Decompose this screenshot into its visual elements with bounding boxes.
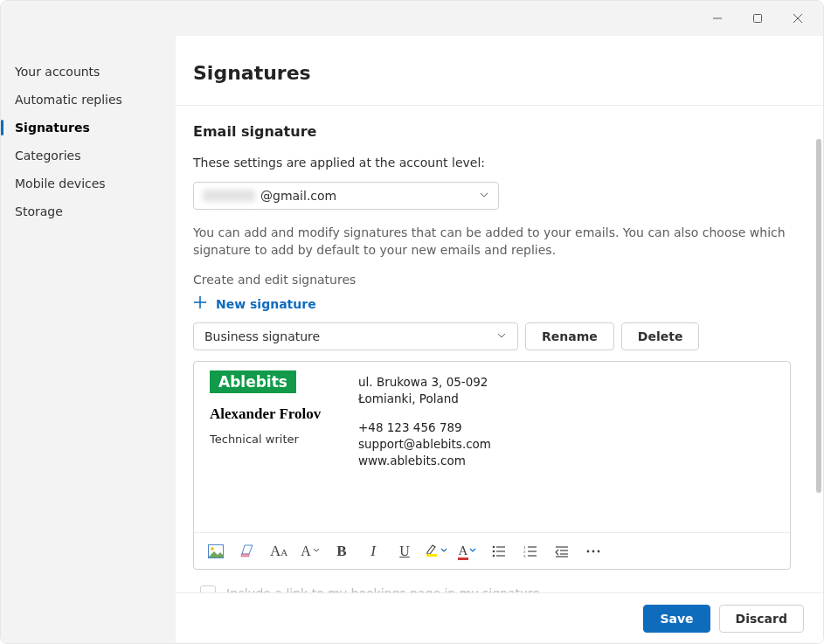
signature-select-value: Business signature [204, 329, 320, 343]
svg-text:3: 3 [523, 554, 526, 558]
insert-image-button[interactable] [204, 540, 227, 563]
image-icon [208, 544, 224, 558]
save-button[interactable]: Save [643, 605, 710, 633]
italic-icon: I [370, 543, 376, 560]
svg-point-28 [587, 550, 590, 552]
svg-point-30 [598, 550, 600, 552]
sidebar-item-label: Signatures [15, 121, 90, 135]
eraser-icon [239, 544, 255, 558]
chevron-down-icon [496, 329, 507, 343]
clear-formatting-button[interactable] [236, 540, 259, 563]
signature-controls-row: Business signature Rename Delete [193, 322, 793, 350]
sidebar-item-storage[interactable]: Storage [1, 197, 175, 225]
highlight-color-button[interactable] [425, 540, 447, 563]
account-level-row: These settings are applied at the accoun… [193, 156, 793, 210]
bulleted-list-button[interactable] [488, 540, 510, 563]
svg-point-7 [211, 547, 214, 551]
highlight-icon [425, 543, 439, 560]
maximize-icon [752, 13, 763, 24]
include-bookings-label: Include a link to my bookings page in my… [226, 586, 540, 592]
account-select-value: @gmail.com [203, 189, 336, 203]
svg-rect-11 [426, 554, 437, 557]
chevron-down-icon [440, 544, 447, 557]
font-color-icon: A [459, 544, 468, 558]
font-family-button[interactable]: AA [267, 540, 290, 563]
phone: +48 123 456 789 [358, 419, 491, 436]
signature-select[interactable]: Business signature [193, 322, 518, 350]
rename-button[interactable]: Rename [525, 322, 614, 350]
svg-point-14 [493, 550, 495, 552]
include-bookings-checkbox[interactable] [200, 585, 216, 592]
chevron-down-icon [313, 544, 320, 557]
sidebar-item-accounts[interactable]: Your accounts [1, 58, 175, 86]
bold-button[interactable]: B [330, 540, 353, 563]
settings-sidebar: Your accounts Automatic replies Signatur… [1, 36, 176, 643]
section-heading: Email signature [193, 123, 793, 140]
svg-marker-10 [427, 545, 435, 554]
signature-hint: You can add and modify signatures that c… [193, 224, 793, 259]
address-line-2: Łomianki, Poland [358, 391, 491, 407]
svg-rect-1 [754, 15, 762, 23]
minimize-icon [712, 13, 723, 24]
font-family-icon: AA [270, 543, 287, 560]
sidebar-item-label: Automatic replies [15, 93, 122, 107]
sidebar-item-automatic-replies[interactable]: Automatic replies [1, 86, 175, 114]
sidebar-item-label: Your accounts [15, 65, 100, 79]
window-maximize-button[interactable] [737, 4, 778, 32]
svg-point-12 [493, 545, 495, 548]
discard-button[interactable]: Discard [719, 605, 804, 633]
svg-marker-8 [242, 545, 253, 554]
chevron-down-icon [479, 189, 489, 203]
svg-rect-9 [241, 554, 249, 557]
window-minimize-button[interactable] [697, 4, 737, 32]
content-area: Signatures Email signature These setting… [176, 36, 823, 643]
address-line-1: ul. Brukowa 3, 05-092 [358, 374, 491, 391]
brand-badge: Ablebits [210, 370, 296, 393]
sidebar-item-categories[interactable]: Categories [1, 142, 175, 170]
sidebar-item-label: Categories [15, 149, 80, 163]
account-select[interactable]: @gmail.com [193, 182, 499, 210]
window-close-button[interactable] [778, 4, 818, 32]
font-size-icon: A [301, 544, 311, 559]
create-edit-label: Create and edit signatures [193, 273, 793, 287]
more-formatting-button[interactable] [582, 540, 605, 563]
signature-editor: Ablebits Alexander Frolov Technical writ… [193, 361, 791, 570]
font-size-button[interactable]: A [299, 540, 322, 563]
outdent-icon [555, 545, 569, 557]
svg-point-16 [493, 554, 495, 557]
outdent-button[interactable] [550, 540, 573, 563]
new-signature-label: New signature [216, 297, 316, 311]
support-email: support@ablebits.com [358, 436, 491, 453]
sidebar-item-label: Storage [15, 204, 63, 218]
svg-point-29 [592, 550, 595, 552]
titlebar [1, 1, 823, 36]
font-color-button[interactable]: A [456, 540, 479, 563]
footer: Save Discard [176, 592, 823, 643]
sidebar-item-mobile-devices[interactable]: Mobile devices [1, 170, 175, 197]
more-icon [586, 550, 600, 553]
include-bookings-row: Include a link to my bookings page in my… [200, 585, 793, 592]
scrollbar-thumb[interactable] [816, 139, 821, 493]
close-icon [793, 13, 803, 24]
underline-button[interactable]: U [393, 540, 416, 563]
signature-editor-body[interactable]: Ablebits Alexander Frolov Technical writ… [194, 362, 790, 532]
chevron-down-icon [469, 544, 476, 557]
sidebar-item-signatures[interactable]: Signatures [1, 114, 175, 142]
new-signature-button[interactable]: New signature [193, 295, 316, 312]
italic-button[interactable]: I [362, 540, 384, 563]
website: www.ablebits.com [358, 453, 491, 469]
sidebar-item-label: Mobile devices [15, 177, 106, 190]
person-name: Alexander Frolov [210, 405, 323, 422]
scroll-area[interactable]: Email signature These settings are appli… [176, 106, 823, 592]
bulleted-list-icon [492, 545, 506, 557]
redacted-text [203, 190, 255, 202]
account-domain: @gmail.com [260, 189, 336, 203]
account-row-label: These settings are applied at the accoun… [193, 156, 485, 170]
editor-toolbar: AA A B I U [194, 532, 790, 569]
bold-icon: B [336, 543, 346, 560]
numbered-list-button[interactable]: 1 2 3 [519, 540, 542, 563]
person-role: Technical writer [210, 433, 323, 446]
underline-icon: U [399, 544, 410, 559]
signature-preview: Ablebits Alexander Frolov Technical writ… [210, 370, 774, 469]
delete-button[interactable]: Delete [621, 322, 700, 350]
